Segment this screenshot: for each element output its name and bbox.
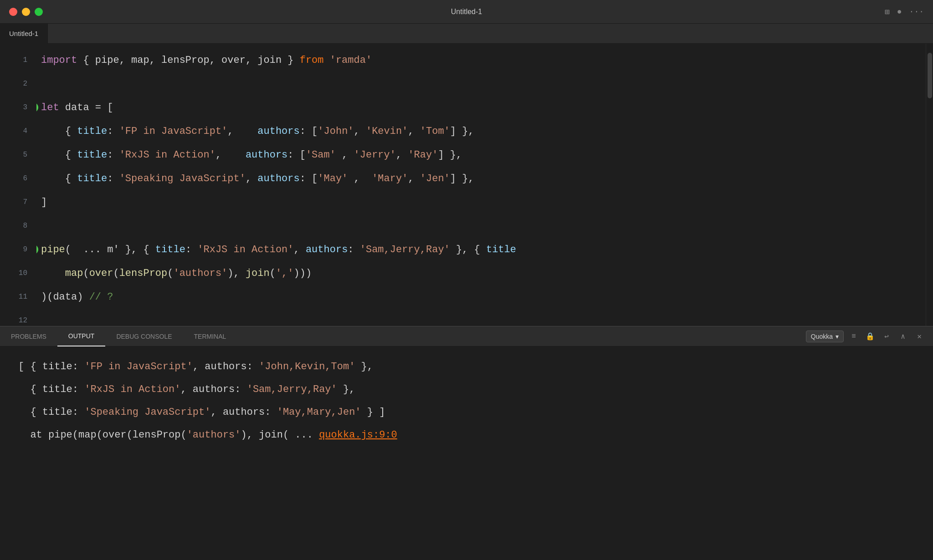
code-line-7: ]	[41, 190, 926, 214]
code-line-11: )(data) // ?	[41, 285, 926, 309]
maximize-button[interactable]	[35, 8, 43, 16]
bottom-panel: PROBLEMS OUTPUT DEBUG CONSOLE TERMINAL Q…	[0, 326, 933, 560]
more-actions-icon[interactable]: ···	[909, 7, 924, 16]
scrollbar-thumb[interactable]	[928, 53, 932, 98]
code-line-10: map(over(lensProp('authors'), join(','))…	[41, 261, 926, 285]
tab-problems-label: PROBLEMS	[11, 333, 46, 340]
code-editor[interactable]: import { pipe, map, lensProp, over, join…	[36, 44, 926, 326]
tab-bar: Untitled-1	[0, 24, 933, 44]
output-line-3: { title: 'Speaking JavaScript', authors:…	[18, 401, 915, 424]
tab-output-label: OUTPUT	[68, 332, 95, 340]
tab-terminal[interactable]: TERMINAL	[183, 326, 237, 346]
line-num-4: 4	[9, 119, 27, 143]
panel-lock-icon[interactable]: 🔒	[864, 330, 877, 343]
panel-close-icon[interactable]: ✕	[913, 330, 926, 343]
output-line-4: at pipe(map(over(lensProp('authors'), jo…	[18, 424, 915, 447]
title-bar: Untitled-1 ⊞ ● ···	[0, 0, 933, 24]
circle-icon: ●	[897, 7, 902, 16]
window-title: Untitled-1	[451, 8, 482, 16]
line-numbers: 1 2 3 4 5 6 7 8 9 10 11 12	[0, 44, 36, 326]
line-num-1: 1	[9, 48, 27, 72]
breakpoint-3	[36, 102, 38, 112]
tab-debug-console[interactable]: DEBUG CONSOLE	[105, 326, 183, 346]
split-editor-icon[interactable]: ⊞	[885, 7, 890, 17]
tab-output[interactable]: OUTPUT	[57, 326, 106, 346]
breakpoint-9	[36, 244, 38, 255]
code-line-12	[41, 309, 926, 326]
panel-output-content: [ { title: 'FP in JavaScript', authors: …	[0, 346, 933, 560]
editor-scrollbar[interactable]	[926, 44, 933, 326]
line-num-3: 3	[9, 96, 27, 119]
panel-controls: Quokka ▾ ≡ 🔒 ↩ ∧ ✕	[806, 330, 933, 343]
output-link[interactable]: quokka.js:9:0	[319, 429, 397, 441]
tab-debug-console-label: DEBUG CONSOLE	[116, 333, 172, 340]
panel-chevron-up-icon[interactable]: ∧	[897, 330, 909, 343]
close-button[interactable]	[9, 8, 17, 16]
code-line-1: import { pipe, map, lensProp, over, join…	[41, 48, 926, 72]
minimize-button[interactable]	[22, 8, 30, 16]
line-num-12: 12	[9, 309, 27, 326]
code-line-3: let data = [	[41, 96, 926, 119]
line-num-6: 6	[9, 167, 27, 190]
editor-tab[interactable]: Untitled-1	[0, 24, 48, 44]
line-num-2: 2	[9, 72, 27, 96]
line-num-10: 10	[9, 261, 27, 285]
code-line-2	[41, 72, 926, 96]
code-line-8	[41, 214, 926, 238]
code-line-5: { title: 'RxJS in Action', authors: ['Sa…	[41, 143, 926, 167]
output-line-2: { title: 'RxJS in Action', authors: 'Sam…	[18, 378, 915, 401]
output-selector-label: Quokka	[811, 333, 833, 340]
line-num-11: 11	[9, 285, 27, 309]
line-num-7: 7	[9, 190, 27, 214]
title-bar-actions: ⊞ ● ···	[885, 7, 924, 17]
output-selector[interactable]: Quokka ▾	[806, 331, 844, 342]
editor-container: 1 2 3 4 5 6 7 8 9 10 11 12 import { pipe…	[0, 44, 933, 326]
panel-wrap-icon[interactable]: ↩	[880, 330, 893, 343]
traffic-lights	[9, 8, 43, 16]
tab-problems[interactable]: PROBLEMS	[0, 326, 57, 346]
panel-list-icon[interactable]: ≡	[847, 330, 860, 343]
tab-label: Untitled-1	[9, 30, 38, 37]
line-num-9: 9	[9, 238, 27, 261]
code-line-4: { title: 'FP in JavaScript', authors: ['…	[41, 119, 926, 143]
chevron-down-icon: ▾	[836, 333, 839, 340]
panel-tab-bar: PROBLEMS OUTPUT DEBUG CONSOLE TERMINAL Q…	[0, 326, 933, 346]
output-line-1: [ { title: 'FP in JavaScript', authors: …	[18, 356, 915, 378]
line-num-5: 5	[9, 143, 27, 167]
tab-terminal-label: TERMINAL	[194, 333, 226, 340]
line-num-8: 8	[9, 214, 27, 238]
code-line-6: { title: 'Speaking JavaScript', authors:…	[41, 167, 926, 190]
code-line-9: pipe( ... m' }, { title: 'RxJS in Action…	[41, 238, 926, 261]
